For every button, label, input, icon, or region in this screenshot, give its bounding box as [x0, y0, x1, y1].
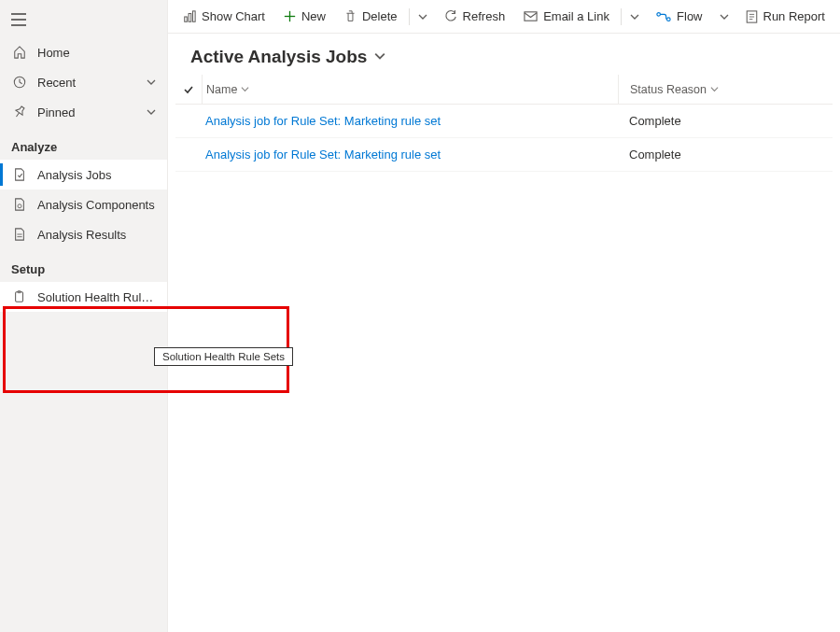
col-header-status[interactable]: Status Reason — [618, 75, 833, 104]
grid-header: Name Status Reason — [175, 75, 833, 105]
cmd-refresh[interactable]: Refresh — [437, 3, 513, 31]
svg-rect-10 — [189, 13, 191, 21]
col-header-name[interactable]: Name — [202, 75, 618, 104]
cmd-refresh-label: Refresh — [463, 9, 506, 23]
nav-analysis-results-label: Analysis Results — [37, 228, 156, 242]
select-all[interactable] — [175, 84, 202, 95]
nav-analysis-components[interactable]: Analysis Components — [0, 190, 167, 219]
trash-icon — [344, 10, 357, 22]
cmd-flow-split[interactable] — [714, 3, 735, 31]
row-status: Complete — [618, 105, 833, 137]
document-gear-icon — [11, 198, 28, 211]
chart-icon — [183, 10, 196, 23]
cmd-flow[interactable]: Flow — [649, 3, 709, 31]
svg-point-16 — [667, 17, 671, 21]
cmd-email-split[interactable] — [624, 3, 645, 31]
chevron-down-icon — [147, 105, 156, 119]
nav-solution-health-label: Solution Health Rule ... — [37, 290, 156, 304]
nav-analysis-results[interactable]: Analysis Results — [0, 219, 167, 249]
col-status-label: Status Reason — [630, 83, 707, 96]
svg-rect-11 — [193, 10, 196, 21]
nav-recent[interactable]: Recent — [0, 67, 167, 97]
tooltip-solution-health: Solution Health Rule Sets — [154, 347, 293, 366]
cmd-new[interactable]: New — [276, 3, 333, 31]
row-name-link[interactable]: Analysis job for Rule Set: Marketing rul… — [205, 114, 441, 128]
nav-analysis-jobs[interactable]: Analysis Jobs — [0, 160, 167, 190]
nav-primary: Home Recent Pinned — [0, 37, 167, 127]
clipboard-icon — [11, 290, 28, 303]
main-content: Show Chart New Delete — [168, 0, 840, 632]
svg-point-4 — [18, 204, 21, 208]
check-icon — [183, 84, 194, 95]
cmd-show-chart-label: Show Chart — [202, 9, 265, 23]
command-bar: Show Chart New Delete — [168, 0, 840, 34]
flow-icon — [656, 11, 671, 22]
svg-rect-9 — [185, 17, 188, 21]
hamburger-icon — [11, 13, 26, 26]
nav-home[interactable]: Home — [0, 37, 167, 67]
email-icon — [524, 10, 538, 22]
cmd-run-report-label: Run Report — [763, 9, 825, 23]
hamburger-menu[interactable] — [0, 6, 167, 34]
view-title: Active Analysis Jobs — [190, 47, 367, 67]
row-status: Complete — [618, 138, 833, 171]
nav-analysis-components-label: Analysis Components — [37, 198, 156, 212]
cmd-delete[interactable]: Delete — [337, 3, 405, 31]
chevron-down-icon — [710, 85, 719, 93]
cmd-email-link-label: Email a Link — [543, 9, 609, 23]
cmd-show-chart[interactable]: Show Chart — [175, 3, 273, 31]
pin-icon — [11, 105, 28, 119]
col-name-label: Name — [206, 83, 237, 96]
cmd-new-label: New — [301, 9, 326, 23]
nav-pinned[interactable]: Pinned — [0, 97, 167, 127]
refresh-icon — [444, 10, 457, 23]
plus-icon — [284, 10, 296, 22]
section-analyze: Analyze — [0, 127, 167, 160]
nav-pinned-label: Pinned — [37, 105, 147, 119]
nav-solution-health[interactable]: Solution Health Rule ... — [0, 282, 167, 312]
sidebar: Home Recent Pinned Anal — [0, 0, 168, 632]
data-grid: Name Status Reason Analysis job for Rule… — [168, 75, 840, 172]
clock-icon — [11, 76, 28, 89]
home-icon — [11, 46, 28, 59]
view-header: Active Analysis Jobs — [168, 34, 840, 75]
chevron-down-icon — [374, 50, 385, 62]
cmd-delete-split[interactable] — [413, 3, 433, 31]
chevron-down-icon — [147, 76, 156, 90]
section-setup: Setup — [0, 249, 167, 282]
table-row[interactable]: Analysis job for Rule Set: Marketing rul… — [175, 138, 833, 172]
report-icon — [746, 10, 758, 23]
cmd-email-link[interactable]: Email a Link — [516, 3, 617, 31]
chevron-down-icon — [241, 85, 249, 93]
document-check-icon — [11, 168, 28, 181]
row-name-link[interactable]: Analysis job for Rule Set: Marketing rul… — [205, 147, 441, 162]
svg-rect-7 — [16, 292, 23, 302]
view-selector[interactable] — [374, 50, 385, 64]
cmd-delete-label: Delete — [362, 9, 398, 23]
svg-rect-14 — [525, 12, 537, 21]
nav-recent-label: Recent — [37, 76, 147, 90]
svg-point-15 — [657, 12, 661, 16]
nav-analysis-jobs-label: Analysis Jobs — [37, 168, 156, 182]
cmd-flow-label: Flow — [677, 9, 702, 23]
cmd-run-report[interactable]: Run Report — [738, 3, 833, 31]
table-row[interactable]: Analysis job for Rule Set: Marketing rul… — [175, 105, 833, 138]
nav-home-label: Home — [37, 46, 156, 60]
document-icon — [11, 228, 28, 241]
